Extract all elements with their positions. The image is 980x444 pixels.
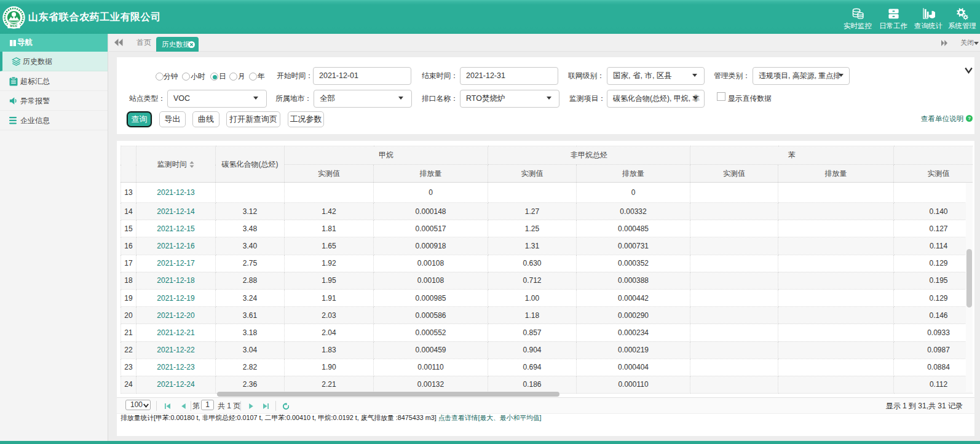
svg-text:MEE: MEE — [10, 24, 18, 28]
svg-text:?: ? — [968, 116, 971, 121]
